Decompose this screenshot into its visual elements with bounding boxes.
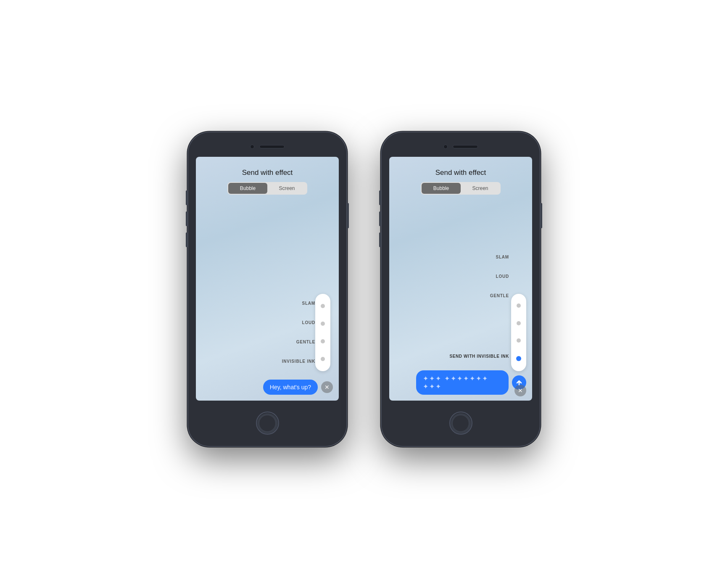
right-bubble-tab[interactable]: Bubble [422,183,461,194]
left-gentle-dot[interactable] [321,339,325,343]
left-phone: Send with effect Bubble Screen SLAM LOUD… [187,132,347,447]
right-speaker [453,145,478,148]
left-effects-picker[interactable] [315,294,330,371]
right-message-bubble: ✦✦✦ ✦✦✦✦✦✦✦ ✦✦✦ [416,370,509,395]
right-segment-control[interactable]: Bubble Screen [421,182,501,195]
right-message-area: ✦✦✦ ✦✦✦✦✦✦✦ ✦✦✦ [416,370,526,395]
left-message-bubble: Hey, what's up? [263,380,318,395]
left-bubble-tab[interactable]: Bubble [228,183,267,194]
right-close-button[interactable]: ✕ [514,385,526,396]
left-home-button[interactable] [256,412,279,435]
right-camera [443,145,448,149]
left-loud-row: LOUD [302,313,315,333]
right-gentle-label2: GENTLE [490,293,509,298]
left-gentle-label: GENTLE [296,340,315,344]
left-invisibleink-dot[interactable] [321,357,325,361]
right-slam-label2: SLAM [496,255,509,259]
left-slam-label: SLAM [302,301,315,306]
right-effects-area: SLAM LOUD GENTLE SEND WITH INVISIBLE INK [389,195,532,401]
right-loud-label2: LOUD [496,274,509,279]
left-invisibleink-label: INVISIBLE INK [282,359,315,364]
left-loud-dot[interactable] [321,322,325,326]
left-slam-dot[interactable] [321,304,325,308]
right-slam-dot[interactable] [517,304,521,308]
right-screen: Send with effect Bubble Screen SLAM LOUD… [389,157,532,401]
right-invisibleink-dot[interactable] [516,356,521,361]
left-home-button-inner [259,415,276,432]
left-segment-control[interactable]: Bubble Screen [227,182,307,195]
left-message-text: Hey, what's up? [270,384,311,391]
right-gentle-dot[interactable] [517,338,521,343]
left-slam-row: SLAM [302,294,315,313]
left-effects-list: SLAM LOUD GENTLE INVISIBLE INK [282,294,315,371]
left-effects-area: SLAM LOUD GENTLE INVISIBLE INK [196,195,339,401]
left-screen: Send with effect Bubble Screen SLAM LOUD… [196,157,339,401]
right-invisible-ink-heading: SEND WITH INVISIBLE INK [449,354,509,359]
left-message-area: Hey, what's up? ✕ [263,380,333,395]
left-invisibleink-row: INVISIBLE INK [282,352,315,371]
left-phone-top-bar [187,132,347,157]
right-effects-picker[interactable] [511,294,526,371]
left-speaker [259,145,285,148]
left-phone-bottom [187,401,347,443]
right-ink-dots: ✦✦✦ ✦✦✦✦✦✦✦ ✦✦✦ [423,375,502,391]
left-title: Send with effect [242,169,293,177]
left-loud-label: LOUD [302,320,315,325]
right-screen-tab[interactable]: Screen [461,183,500,194]
left-close-button[interactable]: ✕ [321,381,333,393]
right-phone-bottom [381,401,541,443]
left-screen-tab[interactable]: Screen [267,183,306,194]
right-home-button[interactable] [449,412,472,435]
right-home-button-inner [452,415,469,432]
phones-container: Send with effect Bubble Screen SLAM LOUD… [187,132,541,447]
right-phone-top-bar [381,132,541,157]
left-gentle-row: GENTLE [296,333,315,352]
right-loud-dot[interactable] [517,321,521,325]
left-camera [250,145,254,149]
right-title: Send with effect [435,169,486,177]
right-phone: Send with effect Bubble Screen SLAM LOUD… [381,132,541,447]
